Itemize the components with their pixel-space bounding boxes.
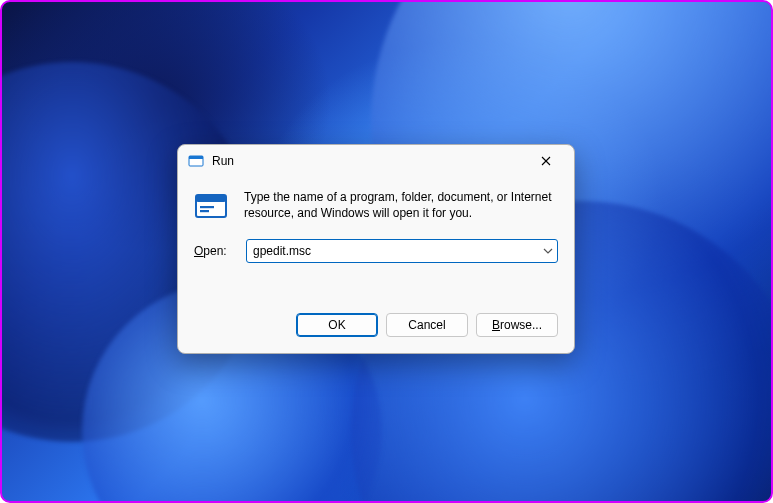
open-input[interactable] bbox=[247, 240, 539, 262]
ok-button[interactable]: OK bbox=[296, 313, 378, 337]
run-dialog: Run Type the name of a program, folder, … bbox=[177, 144, 575, 354]
cancel-button[interactable]: Cancel bbox=[386, 313, 468, 337]
chevron-down-icon bbox=[543, 248, 553, 254]
open-label: Open: bbox=[194, 244, 236, 258]
run-title-icon bbox=[188, 153, 204, 169]
open-row: Open: bbox=[178, 227, 574, 263]
svg-rect-7 bbox=[200, 210, 209, 212]
button-row: OK Cancel Browse... bbox=[178, 299, 574, 353]
close-button[interactable] bbox=[524, 146, 568, 176]
dialog-description: Type the name of a program, folder, docu… bbox=[244, 189, 558, 223]
svg-rect-5 bbox=[196, 195, 226, 202]
run-app-icon bbox=[194, 191, 230, 223]
svg-rect-6 bbox=[200, 206, 214, 208]
titlebar[interactable]: Run bbox=[178, 145, 574, 177]
combobox-dropdown-button[interactable] bbox=[539, 248, 557, 254]
close-icon bbox=[541, 156, 551, 166]
browse-button[interactable]: Browse... bbox=[476, 313, 558, 337]
dialog-title: Run bbox=[212, 154, 524, 168]
desktop-wallpaper: Run Type the name of a program, folder, … bbox=[0, 0, 773, 503]
dialog-body: Type the name of a program, folder, docu… bbox=[178, 177, 574, 227]
open-combobox[interactable] bbox=[246, 239, 558, 263]
svg-rect-1 bbox=[189, 156, 203, 159]
